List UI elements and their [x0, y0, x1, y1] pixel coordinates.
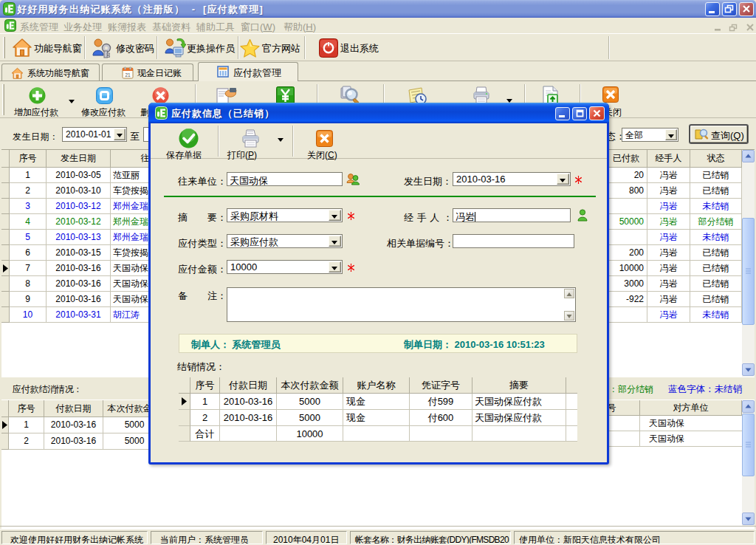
svg-text:21: 21	[125, 72, 131, 78]
